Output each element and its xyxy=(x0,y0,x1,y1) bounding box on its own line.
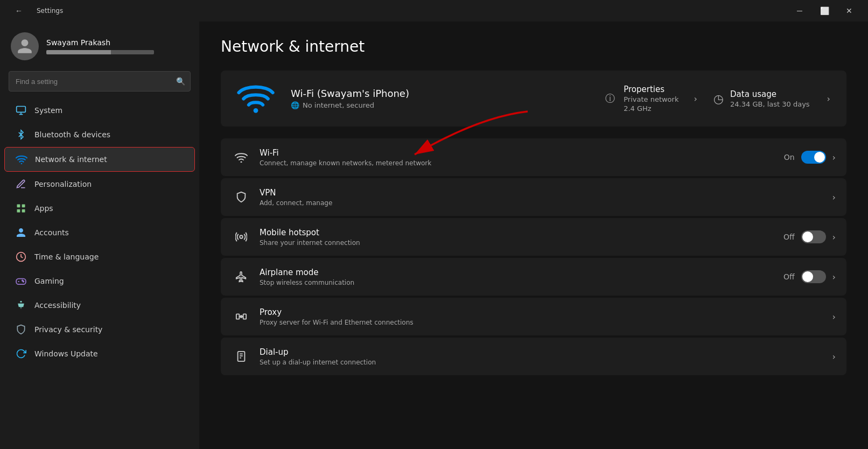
airplane-row-chevron[interactable]: › xyxy=(832,272,836,282)
sidebar-item-gaming-label: Gaming xyxy=(34,277,64,285)
svg-rect-19 xyxy=(236,314,240,319)
sidebar-item-accessibility[interactable]: Accessibility xyxy=(4,293,195,317)
user-profile[interactable]: Swayam Prakash xyxy=(0,22,199,69)
shield-icon xyxy=(15,324,27,335)
airplane-row[interactable]: Airplane mode Stop wireless communicatio… xyxy=(221,258,846,296)
data-usage-info: Data usage 24.34 GB, last 30 days xyxy=(730,89,810,108)
sidebar-item-update[interactable]: Windows Update xyxy=(4,342,195,366)
sidebar-item-time[interactable]: Time & language xyxy=(4,245,195,269)
network-summary-card: Wi-Fi (Swayam's iPhone) 🌐 No internet, s… xyxy=(221,71,846,127)
sidebar-item-network[interactable]: Network & internet xyxy=(4,147,195,172)
sidebar-item-accessibility-label: Accessibility xyxy=(34,301,81,310)
proxy-row-icon xyxy=(232,307,251,326)
network-status: 🌐 No internet, secured xyxy=(291,101,589,109)
proxy-row-right: › xyxy=(832,312,836,322)
page-title: Network & internet xyxy=(221,38,846,55)
svg-rect-6 xyxy=(17,209,20,213)
clock-icon xyxy=(15,251,27,263)
sidebar-item-bluetooth[interactable]: Bluetooth & devices xyxy=(4,123,195,146)
dialup-row[interactable]: Dial-up Set up a dial-up internet connec… xyxy=(221,338,846,375)
sidebar-item-accounts-label: Accounts xyxy=(34,228,69,237)
sidebar-item-gaming[interactable]: Gaming xyxy=(4,269,195,293)
sidebar: Swayam Prakash 🔍 System Bluetooth & devi… xyxy=(0,22,199,449)
sidebar-item-system[interactable]: System xyxy=(4,99,195,122)
svg-rect-20 xyxy=(243,314,247,319)
user-status-bar xyxy=(46,50,154,54)
airplane-row-text: Airplane mode Stop wireless communicatio… xyxy=(260,268,783,286)
hotspot-row-chevron[interactable]: › xyxy=(832,232,836,242)
search-icon: 🔍 xyxy=(176,77,185,86)
hotspot-row[interactable]: Mobile hotspot Share your internet conne… xyxy=(221,218,846,256)
properties-block: ⓘ Properties Private network 2.4 GHz › xyxy=(605,85,697,113)
svg-rect-4 xyxy=(17,205,20,208)
close-button[interactable]: ✕ xyxy=(837,2,862,19)
sidebar-item-bluetooth-label: Bluetooth & devices xyxy=(34,130,110,139)
svg-rect-7 xyxy=(22,209,25,213)
vpn-row-text: VPN Add, connect, manage xyxy=(260,188,832,207)
proxy-row-text: Proxy Proxy server for Wi-Fi and Etherne… xyxy=(260,307,832,326)
search-input[interactable] xyxy=(9,71,191,92)
airplane-row-icon xyxy=(232,267,251,286)
svg-point-3 xyxy=(21,163,23,164)
sidebar-item-time-label: Time & language xyxy=(34,252,99,261)
dialup-row-icon xyxy=(232,347,251,366)
monitor-icon xyxy=(15,104,27,116)
sidebar-item-apps-label: Apps xyxy=(34,204,53,213)
network-info: Wi-Fi (Swayam's iPhone) 🌐 No internet, s… xyxy=(291,88,589,109)
avatar xyxy=(11,32,39,60)
minimize-button[interactable]: ─ xyxy=(787,2,812,19)
proxy-row-chevron[interactable]: › xyxy=(832,312,836,322)
user-name: Swayam Prakash xyxy=(46,38,154,47)
wifi-toggle[interactable] xyxy=(801,151,826,164)
vpn-row-chevron[interactable]: › xyxy=(832,192,836,202)
sidebar-item-update-label: Windows Update xyxy=(34,349,98,358)
window-controls: ─ ⬜ ✕ xyxy=(787,2,862,19)
accessibility-icon xyxy=(15,299,27,311)
svg-rect-5 xyxy=(22,205,25,208)
sidebar-item-accounts[interactable]: Accounts xyxy=(4,221,195,244)
proxy-row[interactable]: Proxy Proxy server for Wi-Fi and Etherne… xyxy=(221,298,846,335)
dialup-row-right: › xyxy=(832,352,836,362)
dialup-row-chevron[interactable]: › xyxy=(832,352,836,362)
wifi-row-chevron[interactable]: › xyxy=(832,152,836,163)
airplane-toggle-thumb xyxy=(802,271,813,282)
sidebar-item-personalization-label: Personalization xyxy=(34,180,92,188)
apps-icon xyxy=(15,202,27,214)
sidebar-item-apps[interactable]: Apps xyxy=(4,197,195,220)
update-icon xyxy=(15,348,27,360)
sidebar-item-system-label: System xyxy=(34,106,62,115)
hotspot-row-right: Off › xyxy=(783,230,836,243)
sidebar-item-privacy-label: Privacy & security xyxy=(34,325,102,334)
svg-rect-0 xyxy=(17,107,26,113)
data-usage-icon: ◷ xyxy=(713,92,724,106)
dialup-row-text: Dial-up Set up a dial-up internet connec… xyxy=(260,347,832,366)
wifi-large-icon xyxy=(237,82,275,115)
properties-info: Properties Private network 2.4 GHz xyxy=(624,85,678,113)
wifi-toggle-thumb xyxy=(814,152,825,163)
hotspot-toggle[interactable] xyxy=(801,230,826,243)
properties-chevron[interactable]: › xyxy=(694,94,697,104)
bluetooth-icon xyxy=(15,129,27,141)
sidebar-item-privacy[interactable]: Privacy & security xyxy=(4,318,195,341)
rows-container: Wi-Fi Connect, manage known networks, me… xyxy=(221,138,846,375)
data-usage-chevron[interactable]: › xyxy=(827,94,830,104)
wifi-icon xyxy=(16,153,27,165)
paint-icon xyxy=(15,178,27,190)
content-area: Network & internet Wi-Fi (Swayam's iPhon… xyxy=(199,22,868,449)
network-name: Wi-Fi (Swayam's iPhone) xyxy=(291,88,589,99)
back-button[interactable]: ← xyxy=(6,2,31,19)
wifi-row-icon xyxy=(232,148,251,167)
data-usage-block: ◷ Data usage 24.34 GB, last 30 days › xyxy=(713,89,830,108)
person-icon xyxy=(15,227,27,238)
sidebar-item-personalization[interactable]: Personalization xyxy=(4,172,195,196)
titlebar: ← Settings ─ ⬜ ✕ xyxy=(0,0,868,22)
maximize-button[interactable]: ⬜ xyxy=(812,2,837,19)
vpn-row-icon xyxy=(232,187,251,207)
vpn-row[interactable]: VPN Add, connect, manage › xyxy=(221,178,846,216)
wifi-row[interactable]: Wi-Fi Connect, manage known networks, me… xyxy=(221,138,846,176)
hotspot-row-icon xyxy=(232,227,251,247)
svg-point-17 xyxy=(241,162,242,163)
globe-icon: 🌐 xyxy=(291,101,299,109)
airplane-toggle[interactable] xyxy=(801,270,826,283)
hotspot-row-text: Mobile hotspot Share your internet conne… xyxy=(260,228,783,247)
